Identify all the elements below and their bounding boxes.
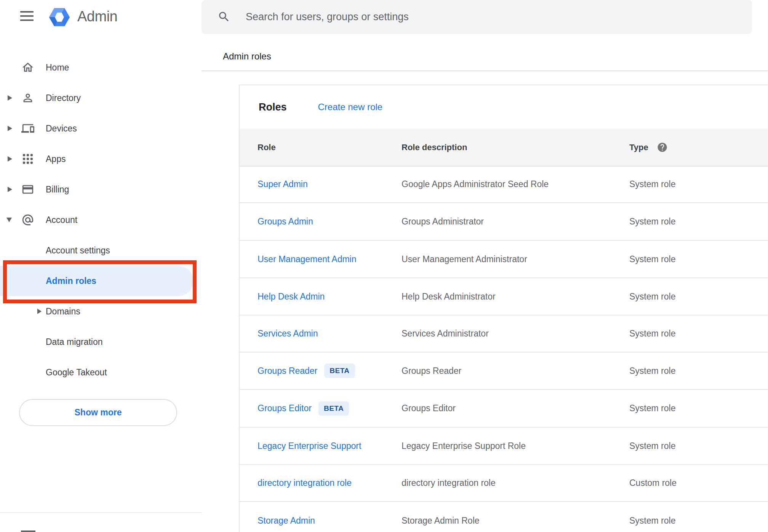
sidebar-item-admin-roles[interactable]: Admin roles bbox=[0, 266, 202, 296]
create-new-role-link[interactable]: Create new role bbox=[318, 102, 382, 112]
sidebar-item-label: Google Takeout bbox=[46, 367, 107, 378]
role-type: System role bbox=[629, 292, 675, 302]
role-type: System role bbox=[629, 179, 675, 189]
show-more-button[interactable]: Show more bbox=[19, 399, 177, 426]
role-description: Services Administrator bbox=[402, 328, 489, 339]
role-description: Groups Editor bbox=[402, 403, 456, 413]
table-row[interactable]: directory integration role directory int… bbox=[240, 465, 768, 502]
role-type: System role bbox=[629, 516, 675, 526]
column-header-role: Role bbox=[258, 129, 276, 166]
google-admin-console: Admin Search for users, groups or settin… bbox=[0, 0, 768, 532]
sidebar-item-label: Admin roles bbox=[46, 276, 96, 286]
sidebar-item-google-takeout[interactable]: Google Takeout bbox=[0, 357, 202, 388]
column-header-type: Type bbox=[629, 129, 668, 166]
table-row[interactable]: Groups Editor BETA Groups Editor System … bbox=[240, 390, 768, 428]
sidebar-item-account[interactable]: Account bbox=[0, 205, 202, 235]
sidebar-item-label: Domains bbox=[46, 306, 80, 317]
role-link[interactable]: Services Admin bbox=[258, 328, 318, 339]
role-type: Custom role bbox=[629, 478, 677, 488]
at-icon bbox=[21, 213, 34, 226]
role-link[interactable]: directory integration role bbox=[258, 478, 352, 488]
role-description: Help Desk Administrator bbox=[402, 292, 496, 302]
card-title: Roles bbox=[259, 101, 287, 113]
header-divider bbox=[202, 71, 768, 71]
help-icon[interactable] bbox=[657, 142, 668, 153]
sidebar-item-label: Account bbox=[46, 215, 77, 225]
sidebar-item-label: Data migration bbox=[46, 337, 103, 347]
table-row[interactable]: Services Admin Services Administrator Sy… bbox=[240, 316, 768, 353]
role-type: System role bbox=[629, 441, 675, 451]
table-row[interactable]: Help Desk Admin Help Desk Administrator … bbox=[240, 278, 768, 316]
beta-badge: BETA bbox=[324, 364, 355, 378]
devices-icon bbox=[21, 122, 34, 135]
role-description: Google Apps Administrator Seed Role bbox=[402, 179, 549, 189]
sidebar-item-label: Billing bbox=[46, 184, 69, 195]
sidebar-item-label: Directory bbox=[46, 93, 81, 103]
sidebar-item-label: Devices bbox=[46, 123, 77, 134]
sidebar-divider bbox=[0, 512, 202, 513]
table-row[interactable]: Storage Admin Storage Admin Role System … bbox=[240, 502, 768, 532]
table-header: Role Role description Type bbox=[240, 129, 768, 167]
app-title: Admin bbox=[77, 8, 117, 25]
column-header-description: Role description bbox=[402, 129, 467, 166]
role-description: User Management Administrator bbox=[402, 254, 527, 264]
sidebar-item-account-settings[interactable]: Account settings bbox=[0, 235, 202, 266]
role-description: Storage Admin Role bbox=[402, 516, 480, 526]
sidebar-item-billing[interactable]: Billing bbox=[0, 174, 202, 205]
breadcrumb: Admin roles bbox=[223, 51, 271, 62]
credit-card-icon bbox=[21, 183, 34, 196]
role-link[interactable]: User Management Admin bbox=[258, 254, 357, 264]
table-row[interactable]: User Management Admin User Management Ad… bbox=[240, 241, 768, 278]
sidebar-item-directory[interactable]: Directory bbox=[0, 83, 202, 113]
sidebar-item-home[interactable]: Home bbox=[0, 52, 202, 83]
expand-arrow-icon[interactable] bbox=[8, 95, 12, 101]
table-row[interactable]: Groups Admin Groups Administrator System… bbox=[240, 203, 768, 241]
sidebar-item-apps[interactable]: Apps bbox=[0, 144, 202, 174]
admin-logo-icon[interactable] bbox=[49, 7, 70, 27]
expand-arrow-icon[interactable] bbox=[8, 156, 12, 162]
sidebar-item-label: Home bbox=[46, 62, 69, 73]
role-link[interactable]: Groups Editor bbox=[258, 403, 312, 413]
table-row[interactable]: Super Admin Google Apps Administrator Se… bbox=[240, 166, 768, 203]
role-description: Groups Administrator bbox=[402, 216, 484, 227]
role-type: System role bbox=[629, 254, 675, 264]
role-description: Groups Reader bbox=[402, 366, 461, 376]
cutoff-icon bbox=[21, 530, 35, 532]
search-input[interactable]: Search for users, groups or settings bbox=[202, 0, 752, 34]
sidebar-item-label: Account settings bbox=[46, 245, 110, 256]
column-header-type-label: Type bbox=[629, 143, 648, 152]
role-link[interactable]: Help Desk Admin bbox=[258, 292, 325, 302]
beta-badge: BETA bbox=[318, 401, 349, 416]
role-link[interactable]: Storage Admin bbox=[258, 516, 315, 526]
table-row[interactable]: Groups Reader BETA Groups Reader System … bbox=[240, 353, 768, 390]
home-icon bbox=[21, 61, 34, 74]
sidebar-item-data-migration[interactable]: Data migration bbox=[0, 327, 202, 357]
role-link[interactable]: Legacy Enterprise Support bbox=[258, 441, 361, 451]
sidebar-item-devices[interactable]: Devices bbox=[0, 113, 202, 144]
role-type: System role bbox=[629, 216, 675, 227]
sidebar-item-label: Apps bbox=[46, 154, 66, 164]
apps-icon bbox=[21, 152, 34, 165]
expand-arrow-icon[interactable] bbox=[8, 187, 12, 192]
role-description: Legacy Enterprise Support Role bbox=[402, 441, 526, 451]
sidebar-item-domains[interactable]: Domains bbox=[0, 296, 202, 327]
role-type: System role bbox=[629, 366, 675, 376]
expand-arrow-icon[interactable] bbox=[37, 309, 42, 314]
table-row[interactable]: Legacy Enterprise Support Legacy Enterpr… bbox=[240, 428, 768, 465]
role-link[interactable]: Groups Reader bbox=[258, 366, 317, 376]
role-description: directory integration role bbox=[402, 478, 496, 488]
expand-arrow-icon[interactable] bbox=[8, 126, 12, 131]
role-type: System role bbox=[629, 403, 675, 413]
person-icon bbox=[21, 91, 34, 104]
role-link[interactable]: Groups Admin bbox=[258, 216, 313, 227]
search-placeholder: Search for users, groups or settings bbox=[246, 0, 409, 34]
search-icon bbox=[218, 10, 230, 23]
roles-card: Roles Create new role Role Role descript… bbox=[239, 85, 768, 532]
menu-icon[interactable] bbox=[20, 11, 34, 21]
role-link[interactable]: Super Admin bbox=[258, 179, 308, 189]
card-header: Roles Create new role bbox=[240, 85, 768, 129]
collapse-arrow-icon[interactable] bbox=[6, 218, 12, 222]
role-type: System role bbox=[629, 328, 675, 339]
